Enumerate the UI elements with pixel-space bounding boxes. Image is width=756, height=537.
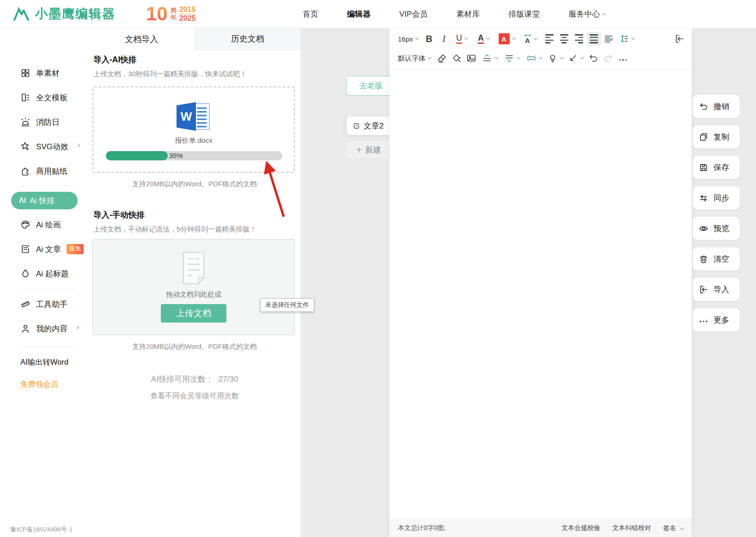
- sidebar-item-fire-day[interactable]: 消防日: [20, 114, 60, 130]
- sidebar-label: 单素材: [36, 68, 60, 79]
- nav-service[interactable]: 服务中心: [568, 9, 605, 19]
- chevron-down-icon: [517, 55, 520, 59]
- highlight-color-button[interactable]: A: [495, 32, 518, 46]
- sidebar-item-full-template[interactable]: 全文模板: [20, 90, 67, 105]
- article-tab[interactable]: 文章2: [347, 116, 390, 135]
- clear-format-button[interactable]: [435, 51, 449, 65]
- nav-service-label: 服务中心: [568, 9, 600, 19]
- tab-doc-import[interactable]: 文档导入: [89, 28, 195, 50]
- sidebar-label: 工具助手: [36, 299, 67, 310]
- sidebar-item-my-content[interactable]: 我的内容: [20, 321, 79, 336]
- sidebar-label: Ai 起标题: [36, 268, 69, 279]
- more-action-button[interactable]: 更多: [693, 308, 740, 331]
- char-spacing-icon: [526, 53, 537, 63]
- lamp-icon: [548, 53, 558, 63]
- quota-value: 27/30: [219, 375, 238, 384]
- undo-button[interactable]: [586, 51, 600, 65]
- chevron-down-icon: [539, 55, 543, 59]
- ai-upload-dropzone[interactable]: W 报价单.docx 35%: [92, 86, 295, 173]
- indent-button[interactable]: [602, 32, 616, 46]
- sidebar-item-stickers[interactable]: 商用贴纸: [20, 163, 67, 179]
- font-family-select[interactable]: 默认字体: [395, 51, 434, 65]
- align-center-icon: [560, 34, 568, 43]
- action-label: 复制: [713, 132, 729, 142]
- tab-history-docs[interactable]: 历史文档: [195, 28, 301, 50]
- sidebar-item-ai-quick-layout[interactable]: Λi Ai 快排: [11, 192, 78, 209]
- chevron-down-icon: [415, 36, 419, 40]
- bold-button[interactable]: B: [422, 32, 436, 46]
- nav-course[interactable]: 排版课堂: [508, 9, 540, 19]
- sidebar-label: Ai 快排: [30, 195, 55, 206]
- free-vip-link[interactable]: 免费领会员: [20, 379, 59, 390]
- action-label: 导入: [713, 284, 729, 295]
- diagonal-arrow-button[interactable]: [566, 51, 585, 65]
- import-doc-button-toolbar[interactable]: [672, 32, 686, 46]
- char-spacing-button[interactable]: [524, 51, 545, 65]
- preview-action-button[interactable]: 预览: [693, 217, 740, 240]
- undo-action-button[interactable]: 撤销: [693, 95, 740, 118]
- palette-icon: [20, 220, 30, 230]
- sidebar-label: 我的内容: [36, 323, 67, 334]
- highlighter-lamp-button[interactable]: [546, 51, 565, 65]
- sidebar-label: 消防日: [36, 117, 60, 128]
- new-article-tab[interactable]: 新建: [347, 141, 390, 158]
- sidebar-label: Ai 文章: [36, 244, 61, 255]
- chevron-down-icon: [486, 36, 490, 40]
- sidebar-item-tool-assistant[interactable]: 工具助手: [20, 296, 67, 312]
- sidebar-item-ai-title[interactable]: Ai 起标题: [20, 266, 69, 281]
- proofread-link[interactable]: 文本纠错校对: [612, 524, 651, 532]
- align-right-button[interactable]: [572, 32, 586, 46]
- space-below-button[interactable]: [501, 51, 523, 65]
- redo-button[interactable]: [601, 51, 615, 65]
- font-color-button[interactable]: A: [473, 32, 494, 46]
- format-painter-button[interactable]: [450, 51, 463, 65]
- sidebar-label: SVG动效: [36, 141, 68, 152]
- sidebar-item-ai-painting[interactable]: Ai 绘画: [20, 217, 61, 232]
- sidebar-label: 商用贴纸: [36, 166, 67, 177]
- clear-action-button[interactable]: 清空: [693, 247, 740, 270]
- compliance-check-link[interactable]: 文本合规校验: [561, 524, 600, 532]
- space-above-button[interactable]: [479, 51, 500, 65]
- action-label: 预览: [713, 223, 729, 234]
- italic-button[interactable]: I: [437, 32, 451, 46]
- align-left-button[interactable]: [543, 32, 556, 46]
- editor-statusbar: 本文总计0字0图; 文本合规校验 文本纠错校对 签名: [390, 519, 692, 537]
- ruler-icon: [20, 299, 30, 309]
- manual-upload-dropzone[interactable]: 拖动文档到此处或 上传文档: [92, 239, 295, 335]
- save-action-button[interactable]: 保存: [693, 156, 740, 179]
- sidebar-item-svg-animation[interactable]: s SVG动效: [20, 139, 79, 154]
- progress-fill: [106, 151, 168, 160]
- italic-icon: I: [442, 34, 445, 44]
- import-action-button[interactable]: 导入: [693, 278, 740, 301]
- sidebar-item-ai-article[interactable]: Ai 文章 限免: [20, 241, 84, 257]
- toolbar-more-button[interactable]: [616, 51, 630, 65]
- nav-vip[interactable]: VIP会员: [399, 9, 427, 19]
- action-label: 保存: [713, 162, 729, 173]
- insert-image-button[interactable]: [464, 51, 478, 65]
- sync-action-button[interactable]: 同步: [693, 186, 740, 209]
- align-center-button[interactable]: [557, 32, 571, 46]
- letter-spacing-button[interactable]: A: [519, 32, 542, 46]
- copy-action-button[interactable]: 复制: [693, 125, 740, 148]
- align-justify-button[interactable]: [587, 32, 601, 46]
- nav-editor[interactable]: 编辑器: [347, 9, 371, 19]
- editor-content[interactable]: [390, 72, 692, 519]
- signature-toggle[interactable]: 签名: [663, 524, 683, 532]
- font-size-select[interactable]: 16px: [395, 32, 421, 46]
- line-height-button[interactable]: [616, 32, 637, 46]
- underline-button[interactable]: U: [452, 32, 472, 46]
- manual-upload-hint: 支持20MB以内的Word、PDF格式的文档: [89, 342, 300, 351]
- quota-link[interactable]: 查看不同会员等级可用次数: [89, 391, 300, 401]
- main-nav: 首页 编辑器 VIP会员 素材库 排版课堂 服务中心: [303, 0, 605, 28]
- sidebar-item-single-material[interactable]: 单素材: [20, 65, 60, 81]
- nav-home[interactable]: 首页: [303, 9, 318, 19]
- more-icon: [699, 315, 708, 324]
- document-placeholder-icon: [176, 250, 212, 287]
- ai-output-to-word-link[interactable]: AI输出转Word: [20, 357, 68, 367]
- signature-label: 签名: [663, 524, 676, 531]
- chevron-down-icon: [631, 36, 634, 40]
- upload-doc-button[interactable]: 上传文档: [161, 304, 226, 323]
- chevron-up-icon: [680, 527, 684, 531]
- nav-material[interactable]: 素材库: [456, 9, 480, 19]
- logo[interactable]: 小墨鹰编辑器: [12, 5, 116, 23]
